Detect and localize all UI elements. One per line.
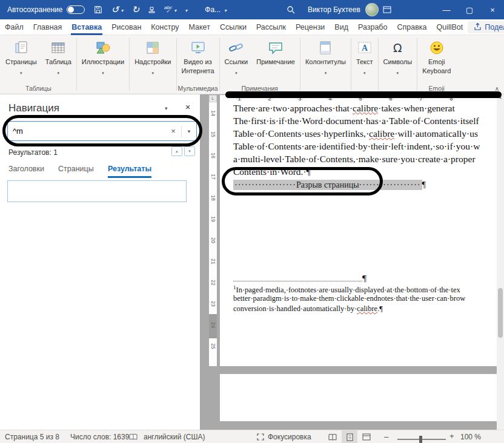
search-clear-icon[interactable] bbox=[165, 126, 181, 136]
save-icon[interactable] bbox=[90, 0, 107, 19]
tab-mailings[interactable]: Рассылк bbox=[251, 19, 291, 35]
word-count[interactable]: Число слов: 1639 bbox=[70, 433, 129, 441]
next-page-top[interactable] bbox=[220, 374, 497, 421]
footnote-line: conversion·is·handled·automatically·by·c… bbox=[233, 304, 383, 314]
chevron-down-icon bbox=[363, 66, 366, 77]
ribbon-button-illustrations[interactable]: Иллюстрации bbox=[78, 38, 128, 78]
tab-design[interactable]: Констру bbox=[146, 19, 184, 35]
user-name[interactable]: Виктор Бухтеев bbox=[308, 5, 360, 14]
tab-insert[interactable]: Вставка bbox=[67, 19, 107, 35]
tab-stop-selector[interactable] bbox=[209, 95, 217, 102]
pane-options-chevron-icon[interactable] bbox=[165, 105, 168, 111]
toggle-knob bbox=[68, 7, 74, 13]
chevron-down-icon bbox=[57, 66, 59, 77]
results-count: Результатов: 1 bbox=[8, 148, 58, 157]
tab-references[interactable]: Ссылки bbox=[215, 19, 251, 35]
tab-review[interactable]: Рецензи bbox=[291, 19, 330, 35]
redo-button[interactable] bbox=[127, 0, 144, 19]
scrollbar-thumb[interactable] bbox=[498, 288, 503, 338]
page-break-line[interactable]: Разрыв страницы¶ bbox=[233, 179, 426, 191]
ribbon-button-comment[interactable]: Примечание bbox=[252, 38, 299, 67]
autosave-control: Автосохранение bbox=[0, 5, 90, 14]
pane-close-icon[interactable] bbox=[185, 102, 190, 112]
next-result-button[interactable] bbox=[184, 146, 195, 156]
stamp-icon[interactable] bbox=[144, 0, 160, 19]
qat-customize-button[interactable] bbox=[181, 0, 191, 19]
ribbon-button-online-video[interactable]: Видео из Интернета bbox=[177, 38, 219, 76]
spelling-button[interactable] bbox=[160, 0, 181, 19]
tab-help[interactable]: Справка bbox=[392, 19, 431, 35]
document-page[interactable]: There·are·two·approaches·that·calibre·ta… bbox=[220, 102, 497, 366]
page-indicator[interactable]: Страница 5 из 8 bbox=[5, 433, 59, 441]
chevron-down-icon bbox=[152, 66, 154, 77]
group-label-emoji: Emoji bbox=[418, 84, 455, 94]
scroll-up-icon[interactable] bbox=[497, 96, 504, 99]
group-separator bbox=[76, 38, 77, 91]
tab-results[interactable]: Результаты bbox=[108, 165, 151, 173]
horizontal-ruler[interactable]: 1 2 3 4 5 6 7 8 bbox=[220, 95, 497, 102]
ribbon-button-header-footer[interactable]: Колонтитулы bbox=[301, 38, 350, 78]
tab-home[interactable]: Главная bbox=[28, 19, 67, 35]
group-label-illustrations bbox=[78, 84, 128, 94]
ribbon-button-table[interactable]: Таблица bbox=[41, 38, 76, 78]
focus-mode-button[interactable]: Фокусировка bbox=[268, 433, 311, 441]
group-separator bbox=[417, 38, 417, 91]
focus-icon bbox=[257, 433, 264, 442]
doc-title-button[interactable]: Фа... bbox=[205, 5, 227, 14]
proofing-icon[interactable] bbox=[129, 433, 138, 442]
zoom-out-button[interactable]: – bbox=[384, 432, 388, 441]
search-input[interactable] bbox=[8, 126, 165, 136]
collapse-ribbon-icon[interactable] bbox=[495, 85, 499, 92]
language-indicator[interactable]: английский (США) bbox=[144, 433, 205, 441]
read-mode-icon[interactable] bbox=[325, 430, 340, 443]
tab-view[interactable]: Вид bbox=[330, 19, 353, 35]
ribbon-button-links[interactable]: Ссылки bbox=[220, 38, 253, 78]
autosave-toggle[interactable] bbox=[67, 5, 85, 14]
active-tab-underline bbox=[108, 176, 151, 178]
share-button[interactable]: Поделиться bbox=[468, 21, 504, 33]
zoom-level[interactable]: 100 % bbox=[460, 433, 481, 441]
zoom-slider-thumb[interactable] bbox=[419, 436, 422, 443]
ribbon-button-emoji-keyboard[interactable]: Emoji Keyboard bbox=[418, 38, 455, 76]
minimize-button[interactable]: — bbox=[435, 0, 458, 19]
tab-developer[interactable]: Разрабо bbox=[353, 19, 392, 35]
group-separator bbox=[219, 38, 220, 91]
document-line: Table·of·Contents·are·identified·by·thei… bbox=[233, 140, 480, 153]
tab-file[interactable]: Файл bbox=[0, 19, 28, 35]
tab-draw[interactable]: Рисован bbox=[107, 19, 146, 35]
print-layout-icon[interactable] bbox=[342, 430, 357, 443]
search-options-chevron-icon[interactable] bbox=[182, 128, 196, 134]
ruler-number: 22 bbox=[210, 280, 216, 286]
undo-button[interactable] bbox=[107, 0, 127, 19]
ruler-number: 2 bbox=[268, 96, 271, 102]
results-list-item[interactable] bbox=[7, 180, 187, 202]
doc-title-label: Фа... bbox=[205, 5, 220, 14]
ruler-number: 15 bbox=[210, 131, 216, 138]
group-label-comments: Примечания bbox=[220, 84, 299, 94]
window-controls: — ▢ × bbox=[435, 0, 504, 19]
ribbon-button-symbols[interactable]: Ω Символы bbox=[379, 38, 417, 78]
button-label: Видео из bbox=[184, 58, 211, 66]
pages-icon bbox=[13, 39, 29, 57]
tab-layout[interactable]: Макет bbox=[184, 19, 214, 35]
text-run: conversion·is·handled·automatically·by· bbox=[233, 304, 357, 313]
tab-headings[interactable]: Заголовки bbox=[8, 165, 44, 173]
vertical-ruler[interactable]: 14 15 16 17 18 19 20 21 22 23 24 25 bbox=[209, 102, 217, 366]
tab-pages[interactable]: Страницы bbox=[58, 165, 94, 173]
avatar[interactable] bbox=[365, 3, 379, 16]
close-button[interactable]: × bbox=[481, 0, 504, 19]
web-layout-icon[interactable] bbox=[359, 430, 374, 443]
maximize-button[interactable]: ▢ bbox=[458, 0, 481, 19]
search-icon[interactable] bbox=[282, 0, 299, 19]
page-break-selected[interactable]: Разрыв страницы bbox=[233, 180, 422, 190]
ribbon-button-addins[interactable]: Надстройки bbox=[130, 38, 175, 78]
tab-quillbot[interactable]: QuillBot bbox=[432, 19, 468, 35]
previous-result-button[interactable] bbox=[171, 146, 182, 156]
navigation-search-box[interactable] bbox=[7, 121, 197, 141]
ribbon-tab-row: Файл Главная Вставка Рисован Констру Мак… bbox=[0, 19, 504, 35]
zoom-in-button[interactable]: + bbox=[449, 432, 454, 441]
ribbon-button-pages[interactable]: Страницы bbox=[1, 38, 41, 78]
vertical-scrollbar[interactable] bbox=[497, 94, 504, 430]
ribbon-button-text[interactable]: A Текст bbox=[352, 38, 377, 78]
ribbon-display-options-icon[interactable] bbox=[379, 0, 396, 19]
